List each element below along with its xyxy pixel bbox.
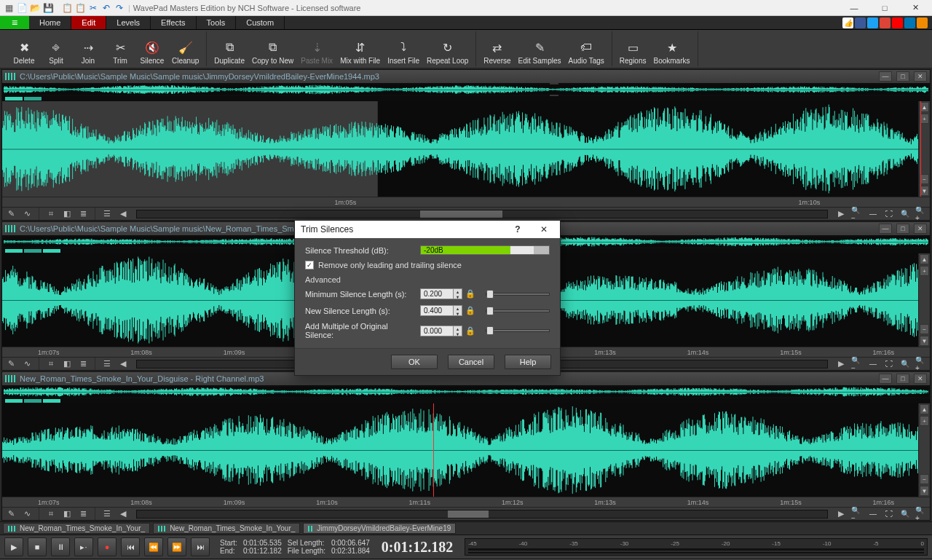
file-tab[interactable]: New_Roman_Times_Smoke_In_Your_ xyxy=(153,523,300,534)
zoom-in-button[interactable]: 🔍+ xyxy=(915,209,927,219)
reverse-button[interactable]: ⇄Reverse xyxy=(483,39,510,66)
youtube-icon[interactable] xyxy=(892,17,903,28)
hamburger-menu-button[interactable]: ≡ xyxy=(0,16,29,29)
insert-file-button[interactable]: ⤵Insert File xyxy=(387,39,419,66)
threshold-slider[interactable]: -20dB xyxy=(420,245,550,255)
skip-end-button[interactable]: ⏭ xyxy=(191,537,210,556)
track-minimize-button[interactable]: — xyxy=(879,71,892,82)
multiple-silence-input[interactable]: ▴▾ xyxy=(420,326,462,336)
wave-icon[interactable]: ∿ xyxy=(21,359,33,369)
like-icon[interactable]: 👍 xyxy=(842,17,853,28)
time-ruler[interactable]: 1m:07s1m:08s1m:09s1m:10s1m:11s1m:12s1m:1… xyxy=(2,497,930,507)
horizontal-scrollbar[interactable] xyxy=(136,510,828,518)
list-icon[interactable]: ☰ xyxy=(101,359,113,369)
marker-icon[interactable]: ◧ xyxy=(61,509,73,519)
play-button[interactable]: ▶ xyxy=(4,537,23,556)
qa-cut-icon[interactable]: ✂ xyxy=(87,2,99,14)
copy-to-new-button[interactable]: ⧉Copy to New xyxy=(252,39,293,66)
layers-icon[interactable]: ≣ xyxy=(77,359,89,369)
qa-undo-icon[interactable]: ↶ xyxy=(100,2,112,14)
rewind-button[interactable]: ⏪ xyxy=(144,537,163,556)
twitter-icon[interactable] xyxy=(867,17,878,28)
track-maximize-button[interactable]: □ xyxy=(896,224,909,234)
track-close-button[interactable]: ✕ xyxy=(914,374,927,384)
scroll-left-button[interactable]: ◀ xyxy=(117,509,129,519)
zoom-sel-button[interactable]: 🔍 xyxy=(899,509,911,519)
waveform-area[interactable]: ▲+−▼ xyxy=(2,101,930,197)
track-minimize-button[interactable]: — xyxy=(879,374,892,384)
menu-tab-effects[interactable]: Effects xyxy=(151,16,196,29)
cleanup-button[interactable]: 🧹Cleanup xyxy=(172,39,199,66)
record-button[interactable]: ● xyxy=(98,537,116,556)
new-silence-slider[interactable] xyxy=(486,309,550,312)
zoom-slider-icon[interactable]: — xyxy=(867,359,879,369)
window-minimize-button[interactable]: — xyxy=(840,1,868,15)
track-maximize-button[interactable]: □ xyxy=(896,71,909,82)
skip-start-button[interactable]: ⏮ xyxy=(121,537,140,556)
layers-icon[interactable]: ≣ xyxy=(77,509,89,519)
qa-new-icon[interactable]: 📄 xyxy=(16,2,28,14)
zoom-sel-button[interactable]: 🔍 xyxy=(899,209,911,219)
audio-tags-button[interactable]: 🏷Audio Tags xyxy=(569,39,604,66)
wave-icon[interactable]: ∿ xyxy=(21,509,33,519)
pencil-icon[interactable]: ✎ xyxy=(5,209,17,219)
new-silence-input[interactable]: ▴▾ xyxy=(420,305,462,316)
file-tab[interactable]: New_Roman_Times_Smoke_In_Your_ xyxy=(3,523,150,534)
split-button[interactable]: ⎆Split xyxy=(44,39,68,66)
marker-icon[interactable]: ◧ xyxy=(61,359,73,369)
scrub-button[interactable]: ▸· xyxy=(74,537,93,556)
join-button[interactable]: ⇢Join xyxy=(76,39,100,66)
window-close-button[interactable]: ✕ xyxy=(901,1,929,15)
dialog-close-button[interactable]: ✕ xyxy=(534,221,554,237)
zoom-out-button[interactable]: 🔍− xyxy=(851,209,863,219)
dialog-help-button[interactable]: ? xyxy=(508,221,528,237)
googleplus-icon[interactable] xyxy=(880,17,890,28)
linkedin-icon[interactable] xyxy=(904,17,915,28)
qa-icon[interactable]: ▦ xyxy=(3,2,15,14)
track-maximize-button[interactable]: □ xyxy=(896,374,909,384)
zoom-fit-button[interactable]: ⛶ xyxy=(883,509,895,519)
stop-button[interactable]: ■ xyxy=(28,537,47,556)
scroll-right-button[interactable]: ▶ xyxy=(835,509,847,519)
scroll-left-button[interactable]: ◀ xyxy=(117,359,129,369)
zoom-slider-icon[interactable]: — xyxy=(867,509,879,519)
scroll-right-button[interactable]: ▶ xyxy=(835,209,847,219)
ok-button[interactable]: OK xyxy=(391,355,438,369)
track-close-button[interactable]: ✕ xyxy=(914,224,927,234)
help-button[interactable]: Help xyxy=(505,355,551,369)
waveform-area[interactable]: ▲+−▼ xyxy=(2,403,930,497)
facebook-icon[interactable] xyxy=(855,17,866,28)
list-icon[interactable]: ☰ xyxy=(101,509,113,519)
scroll-right-button[interactable]: ▶ xyxy=(835,359,847,369)
zoom-out-button[interactable]: 🔍− xyxy=(851,359,863,369)
zoom-slider-icon[interactable]: — xyxy=(867,209,879,219)
qa-copy-icon[interactable]: 📋 xyxy=(61,2,73,14)
time-ruler[interactable]: 1m:05s1m:10s xyxy=(2,197,930,207)
pause-button[interactable]: ⏸ xyxy=(51,537,70,556)
track-minimize-button[interactable]: — xyxy=(879,224,892,234)
regions-button[interactable]: ▭Regions xyxy=(620,39,647,66)
snap-icon[interactable]: ⌗ xyxy=(45,359,57,369)
remove-leading-checkbox[interactable]: ✓ xyxy=(305,261,314,269)
layers-icon[interactable]: ≣ xyxy=(77,209,89,219)
min-silence-input[interactable]: ▴▾ xyxy=(420,288,462,299)
wave-icon[interactable]: ∿ xyxy=(21,209,33,219)
delete-button[interactable]: ✖Delete xyxy=(12,39,36,66)
duplicate-button[interactable]: ⧉Duplicate xyxy=(214,39,245,66)
mix-with-file-button[interactable]: ⇵Mix with File xyxy=(340,39,380,66)
track-overview[interactable] xyxy=(2,83,930,96)
scroll-left-button[interactable]: ◀ xyxy=(117,209,129,219)
trim-button[interactable]: ✂Trim xyxy=(108,39,133,66)
zoom-out-button[interactable]: 🔍− xyxy=(851,509,863,519)
horizontal-scrollbar[interactable] xyxy=(136,210,828,218)
zoom-in-button[interactable]: 🔍+ xyxy=(915,509,927,519)
snap-icon[interactable]: ⌗ xyxy=(45,209,57,219)
vertical-scrollbar[interactable]: ▲+−▼ xyxy=(918,403,930,497)
menu-tab-custom[interactable]: Custom xyxy=(236,16,285,29)
min-silence-slider[interactable] xyxy=(486,293,550,296)
list-icon[interactable]: ☰ xyxy=(101,209,113,219)
vertical-scrollbar[interactable]: ▲+−▼ xyxy=(918,253,930,347)
zoom-sel-button[interactable]: 🔍 xyxy=(899,359,911,369)
track-close-button[interactable]: ✕ xyxy=(914,71,927,82)
window-maximize-button[interactable]: □ xyxy=(871,1,899,15)
